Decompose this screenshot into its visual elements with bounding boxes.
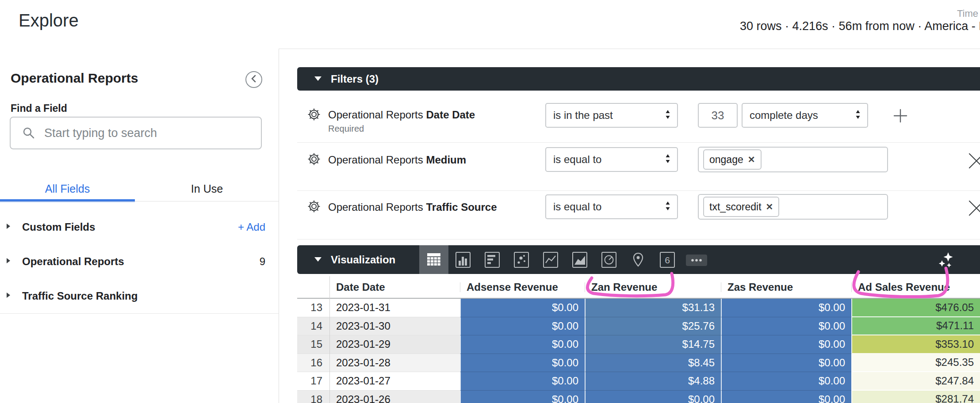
- measure-cell[interactable]: $0.00: [721, 354, 851, 373]
- add-custom-field-button[interactable]: + Add: [238, 221, 265, 233]
- measure-cell[interactable]: $0.00: [721, 317, 851, 336]
- collapse-sidebar-button[interactable]: [245, 71, 262, 88]
- filter-chip[interactable]: txt_scoredit ✕: [703, 197, 779, 217]
- table-row: 142023-01-30$0.00$25.76$0.00$471.11: [297, 317, 980, 336]
- column-header-date[interactable]: Date Date: [329, 276, 460, 298]
- measure-cell[interactable]: $0.00: [721, 299, 851, 317]
- column-header-zas-revenue[interactable]: Zas Revenue: [721, 276, 851, 298]
- measure-cell[interactable]: $0.00: [460, 354, 585, 373]
- measure-cell[interactable]: $0.00: [460, 335, 585, 354]
- map-pin-viz-icon[interactable]: [624, 245, 653, 274]
- divider: [297, 142, 980, 143]
- filters-section-header[interactable]: Filters (3): [297, 67, 980, 91]
- column-chart-viz-icon[interactable]: [448, 245, 478, 274]
- expand-caret-icon[interactable]: [5, 257, 15, 266]
- line-chart-viz-icon[interactable]: [536, 245, 565, 274]
- sparkle-magic-icon[interactable]: [937, 251, 955, 269]
- expand-caret-icon[interactable]: [5, 223, 15, 232]
- chevron-left-icon: [250, 74, 257, 85]
- sidebar-item-traffic-source-ranking[interactable]: Traffic Source Ranking: [0, 279, 279, 314]
- expand-caret-icon[interactable]: [5, 292, 15, 300]
- more-viz-icon[interactable]: [682, 245, 711, 274]
- measure-cell[interactable]: $471.11: [851, 317, 980, 336]
- column-header-ad-sales-revenue[interactable]: Ad Sales Revenue: [851, 276, 980, 298]
- divider: [297, 190, 980, 191]
- remove-filter-button[interactable]: [967, 151, 980, 171]
- date-cell[interactable]: 2023-01-31: [329, 299, 460, 317]
- table-body: 132023-01-31$0.00$31.13$0.00$476.0514202…: [297, 299, 980, 403]
- column-header-adsense-revenue[interactable]: Adsense Revenue: [460, 276, 585, 298]
- table-viz-icon[interactable]: [419, 245, 448, 274]
- measure-cell[interactable]: $245.35: [851, 354, 980, 373]
- measure-cell[interactable]: $4.88: [585, 372, 721, 391]
- measure-cell[interactable]: $25.76: [585, 317, 721, 336]
- filter-operator-select[interactable]: is equal to: [545, 147, 678, 172]
- filter-chip[interactable]: ongage ✕: [703, 149, 762, 170]
- pie-chart-viz-icon[interactable]: [594, 245, 624, 274]
- row-number: 14: [297, 317, 329, 336]
- gear-icon[interactable]: [307, 152, 321, 166]
- tab-divider: [0, 201, 279, 202]
- area-chart-viz-icon[interactable]: [565, 245, 594, 274]
- date-cell[interactable]: 2023-01-29: [329, 335, 460, 354]
- table-row: 132023-01-31$0.00$31.13$0.00$476.05: [297, 299, 980, 317]
- table-row: 152023-01-29$0.00$14.75$0.00$353.10: [297, 335, 980, 354]
- tab-all-fields[interactable]: All Fields: [0, 179, 135, 199]
- measure-cell[interactable]: $281.74: [851, 391, 980, 403]
- column-header-zan-revenue[interactable]: Zan Revenue: [585, 276, 721, 298]
- filter-value-input[interactable]: [698, 103, 738, 128]
- row-number: 17: [297, 372, 329, 391]
- measure-cell[interactable]: $14.75: [585, 335, 721, 354]
- bar-chart-viz-icon[interactable]: [478, 245, 507, 274]
- filter-required-label: Required: [328, 124, 364, 134]
- table-row: 172023-01-27$0.00$4.88$0.00$247.84: [297, 372, 980, 391]
- measure-cell[interactable]: $0.00: [721, 335, 851, 354]
- table-row: 162023-01-28$0.00$8.45$0.00$245.35: [297, 354, 980, 373]
- remove-chip-icon[interactable]: ✕: [748, 154, 755, 165]
- filter-unit-select[interactable]: complete days: [742, 103, 868, 128]
- date-cell[interactable]: 2023-01-30: [329, 317, 460, 336]
- row-number: 15: [297, 335, 329, 354]
- visualization-title: Visualization: [331, 254, 395, 266]
- measure-cell[interactable]: $8.45: [585, 354, 721, 373]
- date-cell[interactable]: 2023-01-28: [329, 354, 460, 373]
- measure-cell[interactable]: $0.00: [721, 391, 851, 403]
- measure-cell[interactable]: $0.00: [460, 391, 585, 403]
- collapse-triangle-icon: [314, 75, 322, 83]
- active-tab-underline: [0, 199, 135, 202]
- measure-cell[interactable]: $353.10: [851, 335, 980, 354]
- date-cell[interactable]: 2023-01-26: [329, 391, 460, 403]
- filter-operator-select[interactable]: is in the past: [545, 103, 678, 128]
- viz-type-picker: 6: [419, 245, 711, 274]
- filter-value-box[interactable]: txt_scoredit ✕: [698, 194, 888, 220]
- svg-text:6: 6: [665, 255, 670, 265]
- date-cell[interactable]: 2023-01-27: [329, 372, 460, 391]
- scatter-viz-icon[interactable]: [507, 245, 536, 274]
- remove-chip-icon[interactable]: ✕: [766, 202, 773, 212]
- find-a-field-label: Find a Field: [11, 103, 67, 114]
- measure-cell[interactable]: $0.00: [460, 372, 585, 391]
- divider: [329, 276, 330, 403]
- search-input[interactable]: [43, 126, 261, 141]
- sidebar-item-custom-fields[interactable]: Custom Fields + Add: [0, 210, 279, 245]
- remove-filter-button[interactable]: [967, 198, 980, 218]
- measure-cell[interactable]: $31.13: [585, 299, 721, 317]
- measure-cell[interactable]: $0.00: [460, 317, 585, 336]
- measure-cell[interactable]: $0.00: [585, 391, 721, 403]
- page-title: Explore: [19, 11, 79, 30]
- timezone-label: Time Z: [957, 8, 980, 19]
- measure-cell[interactable]: $0.00: [721, 372, 851, 391]
- sidebar-item-operational-reports[interactable]: Operational Reports 9: [0, 244, 279, 279]
- filter-value-box[interactable]: ongage ✕: [698, 147, 888, 172]
- single-value-viz-icon[interactable]: 6: [653, 245, 682, 274]
- add-filter-plus-button[interactable]: [892, 107, 909, 125]
- measure-cell[interactable]: $0.00: [460, 299, 585, 317]
- select-arrows-icon: [855, 110, 861, 121]
- measure-cell[interactable]: $476.05: [851, 299, 980, 317]
- tab-in-use[interactable]: In Use: [135, 179, 279, 199]
- gear-icon[interactable]: [307, 199, 321, 213]
- select-arrows-icon: [665, 154, 671, 165]
- gear-icon[interactable]: [307, 107, 321, 122]
- filter-operator-select[interactable]: is equal to: [545, 194, 678, 219]
- measure-cell[interactable]: $247.84: [851, 372, 980, 391]
